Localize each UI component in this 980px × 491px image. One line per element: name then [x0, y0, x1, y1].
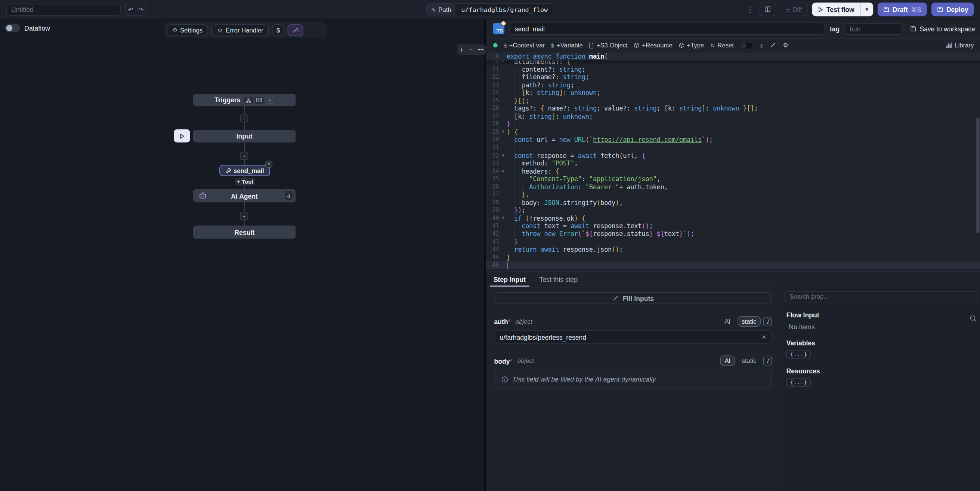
prop-search-input[interactable]	[784, 291, 978, 302]
code-line[interactable]: 39 });	[485, 207, 980, 215]
add-resource-button[interactable]: +Resource	[634, 42, 673, 49]
run-from-input-button[interactable]	[174, 129, 190, 142]
editor-scrollbar[interactable]	[976, 118, 979, 234]
code-line[interactable]: 24 [k: string]: unknown;	[485, 89, 980, 97]
test-flow-button[interactable]: Test flow ▼	[812, 3, 873, 16]
node-input[interactable]: Input	[193, 130, 296, 142]
tag-input[interactable]	[845, 23, 903, 35]
auth-mode-ai[interactable]: AI	[720, 316, 735, 327]
bun-runtime-icon	[500, 21, 506, 26]
node-triggers[interactable]: Triggers +	[193, 94, 296, 106]
expression-icon[interactable]: f	[763, 357, 772, 365]
code-line[interactable]: 25 }[];	[485, 97, 980, 105]
code-line[interactable]: 38 body: JSON.stringify(body),	[485, 199, 980, 207]
insert-step-button[interactable]: +	[240, 152, 248, 160]
test-flow-dropdown[interactable]: ▼	[861, 3, 873, 16]
code-line[interactable]: 34∨ headers: {	[485, 167, 980, 175]
code-line[interactable]: 23 path?: string;	[485, 81, 980, 89]
code-line[interactable]: 29∨) {	[485, 128, 980, 136]
body-mode-static[interactable]: static	[738, 356, 761, 366]
code-line[interactable]: 40∨ if (!response.ok) {	[485, 215, 980, 222]
editor-toolbar: $+Context var $+Variable +S3 Object +Res…	[485, 39, 980, 52]
email-trigger-chip[interactable]	[255, 96, 263, 103]
path-pill[interactable]: ✎ Path u/farhadglbs/grand_flow	[426, 3, 554, 16]
code-line[interactable]: 26 tags?: { name?: string; value?: strin…	[485, 105, 980, 113]
node-send-mail-label: send_mail	[234, 167, 264, 174]
expression-icon[interactable]: f	[763, 317, 772, 326]
sticky-code-line[interactable]: 8export async function main(	[485, 52, 980, 61]
code-line[interactable]: 8export async function main(	[485, 52, 980, 60]
code-line[interactable]: 32∨ const response = await fetch(url, {	[485, 152, 980, 159]
diff-plus-minus-icon[interactable]: ±	[760, 42, 763, 49]
search-icon[interactable]	[970, 315, 977, 323]
code-line[interactable]: 45}	[485, 254, 980, 261]
code-line[interactable]: 22 filename?: string;	[485, 73, 980, 81]
code-line[interactable]: 30 const url = new URL(`https://api.rese…	[485, 136, 980, 144]
code-line[interactable]: 20∨ attachments?: {	[485, 60, 980, 65]
add-trigger-button[interactable]: +	[266, 96, 274, 103]
auth-value-input[interactable]: u/farhadglbs/peerless_resend ✕	[494, 331, 772, 343]
resources-object-chip[interactable]: {...}	[786, 378, 811, 386]
code-line[interactable]: 36 Authorization: "Bearer "+ auth.token,	[485, 183, 980, 191]
variables-section-title: Variables	[786, 339, 978, 346]
add-context-var-button[interactable]: $+Context var	[504, 42, 545, 49]
ai-wand-icon[interactable]	[770, 42, 776, 49]
library-button[interactable]: Library	[947, 42, 974, 49]
add-type-button[interactable]: +Type	[678, 42, 704, 49]
undo-button[interactable]: ↶	[126, 4, 135, 14]
editor-toggle[interactable]	[740, 41, 754, 49]
refresh-icon: ↻	[710, 42, 715, 49]
add-s3-object-button[interactable]: +S3 Object	[589, 42, 628, 49]
code-line[interactable]: 46	[485, 261, 980, 269]
variables-object-chip[interactable]: {...}	[786, 350, 811, 358]
deploy-button[interactable]: Deploy	[931, 3, 974, 16]
code-line[interactable]: 35 "Content-Type": "application/json",	[485, 175, 980, 183]
add-variable-button[interactable]: $+Variable	[551, 42, 583, 49]
code-line[interactable]: 27 [k: string]: unknown;	[485, 113, 980, 120]
code-line[interactable]: 28}	[485, 120, 980, 128]
editor-settings-icon[interactable]: ⚙	[783, 42, 788, 49]
test-flow-main[interactable]: Test flow	[812, 3, 860, 16]
auth-mode-static[interactable]: static	[738, 316, 761, 327]
path-edit[interactable]: ✎ Path	[427, 4, 455, 16]
flow-canvas[interactable]: Dataflow ⚙ Settings Error Handler $ + −	[0, 19, 485, 491]
code-lines[interactable]: 20∨ attachments?: {21 content?: string;2…	[485, 60, 980, 269]
insert-step-button[interactable]: +	[240, 212, 248, 220]
status-dot	[493, 43, 497, 48]
agent-id-badge: a	[285, 191, 293, 200]
diff-button[interactable]: ± Diff	[781, 3, 807, 16]
node-ai-agent[interactable]: AI Agent a	[193, 189, 296, 202]
docs-button[interactable]	[759, 3, 776, 16]
tab-step-input[interactable]: Step Input	[493, 272, 526, 287]
code-line[interactable]: 37 },	[485, 191, 980, 199]
code-scroll-area[interactable]: 20∨ attachments?: {21 content?: string;2…	[485, 60, 980, 271]
code-line[interactable]: 42 throw new Error(`${response.status} $…	[485, 230, 980, 238]
reset-button[interactable]: ↻Reset	[710, 42, 734, 49]
body-mode-ai[interactable]: AI	[720, 356, 735, 366]
redo-button[interactable]: ↷	[135, 4, 146, 14]
webhook-trigger-chip[interactable]	[244, 96, 253, 103]
props-panel: Flow Input No items Variables {...} Reso…	[781, 288, 980, 491]
node-send-mail[interactable]: send_mail	[219, 165, 270, 176]
save-to-workspace-button[interactable]: Save to workspace	[910, 25, 975, 32]
tab-test-this-step[interactable]: Test this step	[539, 272, 578, 287]
package-icon	[634, 43, 640, 48]
step-name-input[interactable]	[509, 22, 825, 35]
play-icon	[178, 133, 185, 139]
code-editor[interactable]: 8export async function main( 20∨ attachm…	[485, 52, 980, 272]
code-line[interactable]: 33 method: "POST",	[485, 159, 980, 167]
draft-button[interactable]: Draft ⌘S	[878, 3, 927, 16]
kebab-menu-icon[interactable]: ⋮	[745, 5, 755, 13]
flow-title-input[interactable]	[6, 3, 121, 15]
insert-step-button[interactable]: +	[240, 114, 248, 122]
code-line[interactable]: 31	[485, 144, 980, 152]
fill-inputs-button[interactable]: Fill inputs	[494, 292, 772, 304]
code-line[interactable]: 43 }	[485, 238, 980, 246]
code-line[interactable]: 41 const text = await response.text();	[485, 222, 980, 230]
code-line[interactable]: 21 content?: string;	[485, 65, 980, 73]
code-line[interactable]: 44 return await response.json();	[485, 246, 980, 254]
remove-tool-button[interactable]: ✕	[265, 160, 272, 168]
node-result[interactable]: Result	[193, 226, 296, 238]
add-tool-button[interactable]: + Tool	[235, 178, 255, 186]
clear-icon[interactable]: ✕	[762, 334, 767, 340]
